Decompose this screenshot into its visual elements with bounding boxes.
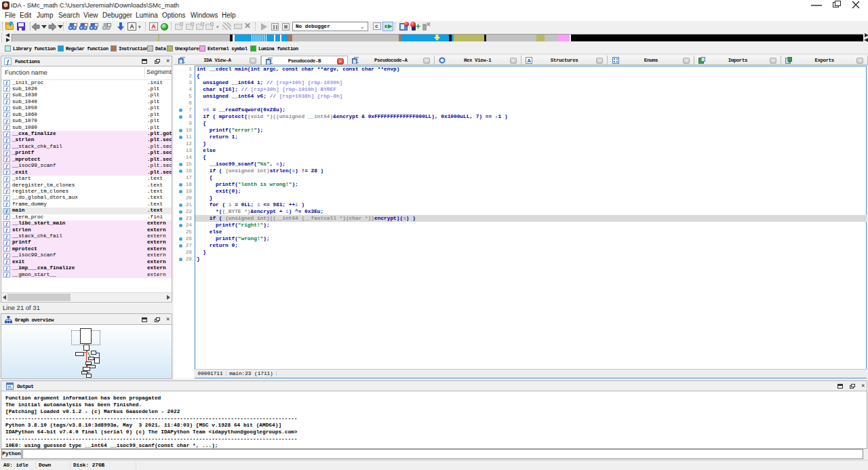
svg-text:A: A [527,58,531,64]
